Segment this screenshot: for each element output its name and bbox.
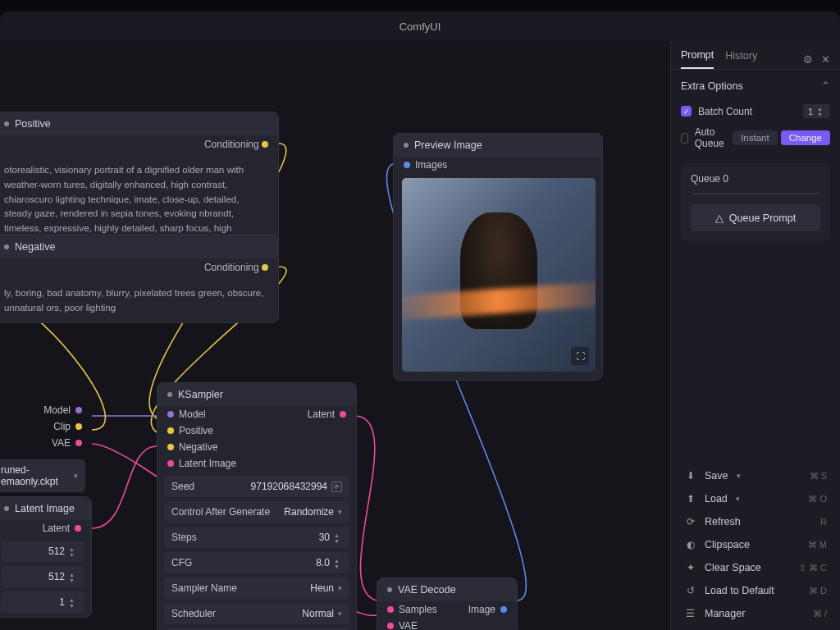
sampler-select[interactable]: Sampler NameHeun▾: [164, 578, 349, 599]
checkpoint-select[interactable]: runed-emaonly.ckpt▾: [0, 459, 85, 492]
node-title: Latent Image: [15, 503, 75, 514]
settings-icon[interactable]: ⚙: [803, 53, 813, 66]
tab-prompt[interactable]: Prompt: [681, 49, 714, 69]
clipspace-button[interactable]: ◐Clipspace⌘ M: [676, 533, 835, 556]
reset-icon: ↺: [684, 585, 696, 596]
clear-space-button[interactable]: ✦Clear Space⇧ ⌘ C: [676, 556, 835, 579]
app-title: ComfyUI: [399, 21, 441, 33]
scheduler-select[interactable]: SchedulerNormal▾: [164, 603, 349, 624]
queue-count: Queue 0: [691, 173, 820, 185]
node-preview-image[interactable]: Preview Image Images ⛶: [393, 133, 603, 381]
queue-icon: △: [715, 212, 724, 224]
queue-prompt-button[interactable]: △ Queue Prompt: [691, 204, 820, 231]
extra-options-title: Extra Options: [681, 80, 743, 92]
node-latent-image[interactable]: Latent Image Latent 512▲▼ 512▲▼ 1▲▼: [0, 496, 92, 618]
node-title: Preview Image: [414, 139, 482, 151]
node-negative[interactable]: Negative Conditioning ly, boring, bad an…: [0, 235, 279, 323]
expand-icon[interactable]: ⛶: [571, 347, 589, 365]
download-icon: ⬇: [684, 470, 696, 482]
change-button[interactable]: Change: [781, 130, 830, 145]
steps-field[interactable]: Steps30▲▼: [164, 527, 349, 548]
close-icon[interactable]: ✕: [821, 53, 830, 66]
preview-image-output[interactable]: ⛶: [402, 178, 596, 372]
cfg-field[interactable]: CFG8.0▲▼: [164, 552, 349, 573]
latent-width[interactable]: 512▲▼: [1, 541, 84, 562]
node-ksampler[interactable]: KSampler ModelLatent Positive Negative L…: [157, 382, 357, 630]
randomize-icon: ⟳: [331, 482, 342, 492]
queue-panel: Queue 0 △ Queue Prompt: [681, 163, 830, 241]
sparkle-icon: ✦: [684, 562, 696, 573]
instant-button[interactable]: Instant: [733, 130, 778, 145]
batch-count-checkbox[interactable]: ✓: [681, 106, 692, 116]
node-title: KSampler: [178, 389, 223, 400]
chevron-up-icon[interactable]: ⌃: [821, 80, 830, 92]
batch-count-input[interactable]: 1▲▼: [803, 104, 830, 118]
negative-prompt-text[interactable]: ly, boring, bad anatomy, blurry, pixelat…: [0, 280, 278, 322]
node-vae-decode[interactable]: VAE Decode SamplesImage VAE: [377, 578, 518, 630]
seed-field[interactable]: Seed97192068432994⟳: [164, 476, 349, 497]
sidebar-actions: ⬇Save▾⌘ S ⬆Load▾⌘ O ⟳RefreshR ◐Clipspace…: [671, 459, 840, 630]
node-title: Negative: [15, 241, 55, 253]
node-loader-ports: Model Clip VAE: [0, 402, 92, 451]
latent-batch[interactable]: 1▲▼: [1, 591, 84, 613]
node-title: Positive: [15, 118, 51, 130]
clipspace-icon: ◐: [684, 539, 696, 550]
tab-history[interactable]: History: [725, 50, 757, 68]
refresh-icon: ⟳: [684, 516, 696, 527]
auto-queue-checkbox[interactable]: [681, 133, 688, 144]
queue-progress: [691, 193, 820, 194]
list-icon: ☰: [684, 608, 696, 619]
latent-height[interactable]: 512▲▼: [1, 566, 84, 587]
window-titlebar: ComfyUI: [0, 11, 840, 41]
upload-icon: ⬆: [684, 493, 696, 504]
load-button[interactable]: ⬆Load▾⌘ O: [676, 487, 835, 510]
right-sidebar: Prompt History ⚙ ✕ Extra Options ⌃ ✓ Bat…: [670, 41, 840, 630]
load-default-button[interactable]: ↺Load to Default⌘ D: [676, 579, 835, 602]
manager-button[interactable]: ☰Manager⌘ /: [676, 602, 835, 625]
refresh-button[interactable]: ⟳RefreshR: [676, 510, 835, 533]
control-after-generate[interactable]: Control After GenerateRandomize▾: [164, 501, 349, 523]
save-button[interactable]: ⬇Save▾⌘ S: [676, 464, 835, 487]
node-canvas[interactable]: Positive Conditioning otorealistic, visi…: [0, 41, 670, 630]
node-title: VAE Decode: [398, 584, 456, 596]
